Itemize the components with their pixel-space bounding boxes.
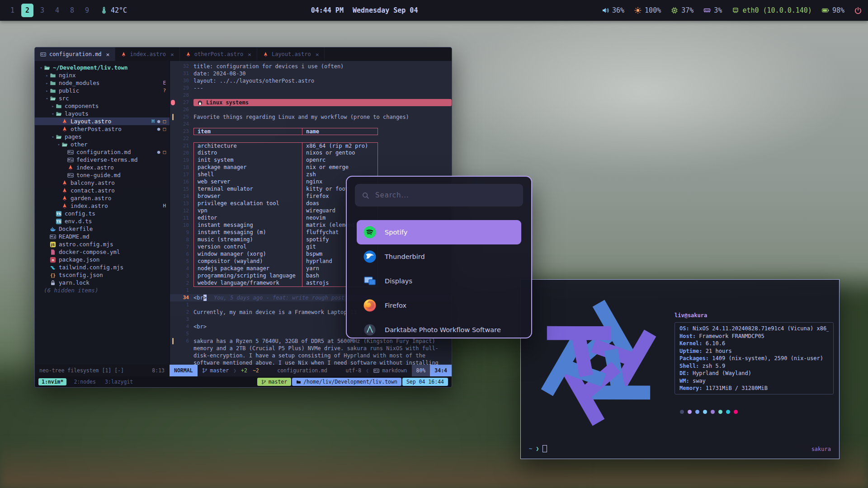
module-volume[interactable]: 36% (602, 6, 624, 14)
tree-item-6-hidden-items[interactable]: (6 hidden items) (35, 286, 170, 294)
tree-item-development-liv-town[interactable]: ▾~/Development/liv.town (35, 64, 170, 71)
tree-item-nginx[interactable]: ▸nginx (35, 71, 170, 79)
tree-item-docker-compose-yml[interactable]: docker-compose.yml (35, 248, 170, 256)
info-value: 6.10.6 (703, 340, 726, 347)
close-icon[interactable]: × (316, 51, 319, 58)
tree-item-pages[interactable]: ▾pages (35, 133, 170, 141)
tree-item-label: tailwind.config.mjs (59, 264, 123, 271)
tree-item-package-json[interactable]: npackage.json (35, 256, 170, 263)
close-icon[interactable]: × (106, 51, 110, 58)
tree-item-tsconfig-json[interactable]: {}tsconfig.json (35, 271, 170, 279)
buffer-line[interactable]: 29--- (170, 84, 452, 92)
table-row: distronixos or gentoo (193, 150, 378, 157)
tree-item-src[interactable]: ▾src (35, 94, 170, 102)
tree-item-contact-astro[interactable]: contact.astro (35, 187, 170, 194)
launcher-item-firefox[interactable]: Firefox (357, 293, 521, 318)
launcher-item-darktable-photo-workflow-software[interactable]: Darktable Photo Workflow Software (357, 318, 521, 338)
tree-item-label: public (59, 87, 79, 94)
launcher-item-spotify[interactable]: Spotify (357, 220, 521, 244)
tmux-window-1-nvim[interactable]: 1:nvim* (38, 378, 66, 385)
shell-prompt[interactable]: ~ ❯ (529, 445, 547, 452)
buffer-line[interactable]: 18package managernix or emerge (170, 164, 452, 171)
module-network[interactable]: eth0 (10.0.0.140) (732, 6, 812, 14)
tree-item-astro-config-mjs[interactable]: JSastro.config.mjs (35, 240, 170, 248)
table-cell-item: window manager (xorg) (193, 251, 302, 258)
tab-configuration-md[interactable]: configuration.md× (35, 47, 115, 61)
tree-item-configuration-md[interactable]: configuration.md●□ (35, 148, 170, 156)
tree-item-readme-md[interactable]: README.md (35, 233, 170, 240)
table-cell-item: compositor (wayland) (193, 258, 302, 265)
temperature-widget[interactable]: 42°C (100, 6, 127, 14)
tree-item-dockerfile[interactable]: Dockerfile (35, 225, 170, 233)
launcher-item-thunderbird[interactable]: Thunderbird (357, 244, 521, 269)
power-button[interactable] (854, 7, 862, 14)
tree-item-tailwind-config-mjs[interactable]: tailwind.config.mjs (35, 263, 170, 271)
tree-item-other[interactable]: ▾other (35, 141, 170, 148)
module-brightness[interactable]: 100% (634, 6, 661, 14)
buffer-line[interactable]: 28 (170, 92, 452, 99)
module-battery[interactable]: 98% (822, 6, 844, 14)
tree-item-balcony-astro[interactable]: balcony.astro (35, 179, 170, 187)
git-branch-icon (261, 380, 266, 385)
tmux-window-2-nodes[interactable]: 2:nodes (72, 378, 97, 385)
sign-column (170, 215, 175, 222)
workspace-8[interactable]: 8 (66, 4, 78, 17)
tmux-window-3-lazygit[interactable]: 3:lazygit (103, 378, 135, 385)
buffer-line[interactable]: 31date: 2024-08-30 (170, 70, 452, 77)
tree-item-layouts[interactable]: ▾layouts (35, 110, 170, 117)
tree-item-otherpost-astro[interactable]: otherPost.astro●□ (35, 125, 170, 133)
buffer-line[interactable]: 30layout: ../../layouts/otherPost.astro (170, 77, 452, 84)
buffer-line[interactable]: 25Favorite things regarding Linux and my… (170, 113, 452, 121)
workspace-2[interactable]: 2 (21, 4, 33, 17)
tree-item-layout-astro[interactable]: Layout.astroH●□ (35, 117, 170, 125)
info-value: 1409 (nix-system), 2590 (nix-user) (709, 355, 823, 361)
tree-item-garden-astro[interactable]: garden.astro (35, 194, 170, 202)
line-number: 10 (175, 222, 193, 229)
close-icon[interactable]: × (170, 51, 174, 58)
buffer-line[interactable]: 27Linux systems (170, 99, 452, 106)
terminal-color-palette (680, 410, 738, 414)
tab-label: configuration.md (49, 51, 102, 57)
launcher-item-displays[interactable]: Displays (357, 269, 521, 293)
tree-item-index-astro[interactable]: index.astroH (35, 202, 170, 210)
buffer-line[interactable]: 19init systemopenrc (170, 157, 452, 164)
tree-item-components[interactable]: ▸components (35, 102, 170, 110)
module-cpu[interactable]: 37% (671, 6, 693, 14)
tree-item-env-d-ts[interactable]: TSenv.d.ts (35, 217, 170, 225)
workspace-3[interactable]: 3 (36, 4, 48, 17)
file-icon (61, 203, 68, 209)
astro-icon (263, 52, 269, 57)
launcher-search[interactable] (355, 184, 523, 206)
module-memory[interactable]: 3% (703, 6, 722, 14)
chevron-icon: ▾ (56, 142, 61, 147)
tree-item-config-ts[interactable]: TSconfig.ts (35, 210, 170, 217)
sign-column (170, 178, 175, 186)
tree-item-tone-guide-md[interactable]: tone-guide.md (35, 171, 170, 179)
line-number: 32 (175, 63, 193, 70)
tree-item-node-modules[interactable]: ▸node_modulesE (35, 79, 170, 87)
workspace-9[interactable]: 9 (81, 4, 93, 17)
workspace-4[interactable]: 4 (51, 4, 63, 17)
search-input[interactable] (374, 191, 516, 200)
tab-layout-astro[interactable]: Layout.astro× (257, 47, 325, 61)
workspace-1[interactable]: 1 (6, 4, 19, 17)
buffer-line[interactable]: 26 (170, 106, 452, 113)
buffer-line[interactable]: 22 (170, 135, 452, 142)
buffer-line[interactable]: 21architecturex86_64 (rip m2 pro) (170, 142, 452, 150)
buffer-line[interactable]: 20distronixos or gentoo (170, 150, 452, 157)
line-number: 26 (175, 106, 193, 113)
buffer-line[interactable]: 32title: configuration for devices i use… (170, 63, 452, 70)
tree-item-yarn-lock[interactable]: yarn.lock (35, 279, 170, 286)
buffer-line[interactable]: 6sakura has a Ryzen 5 7640U, 32GB of DDR… (170, 338, 452, 365)
tab-index-astro[interactable]: index.astro× (115, 47, 179, 61)
tree-item-public[interactable]: ▸public? (35, 87, 170, 94)
tab-otherpost-astro[interactable]: otherPost.astro× (180, 47, 257, 61)
buffer-line[interactable]: 23itemname (170, 128, 452, 135)
tree-item-index-astro[interactable]: index.astro (35, 164, 170, 171)
info-packages: Packages: 1409 (nix-system), 2590 (nix-u… (679, 355, 829, 361)
close-icon[interactable]: × (248, 51, 251, 58)
tree-item-label: nginx (59, 72, 76, 79)
buffer-line[interactable]: 24 (170, 121, 452, 128)
line-number: 6 (175, 251, 193, 258)
tree-item-fediverse-terms-md[interactable]: fediverse-terms.md (35, 156, 170, 164)
